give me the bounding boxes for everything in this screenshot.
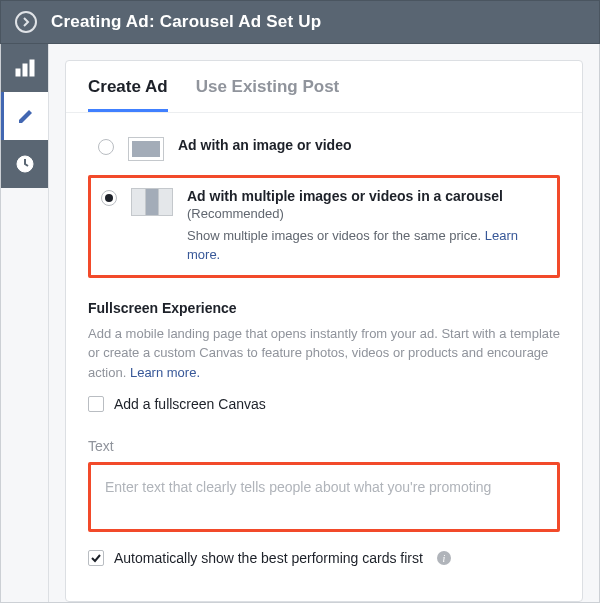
learn-more-fullscreen[interactable]: Learn more. [130, 365, 200, 380]
side-rail [1, 44, 49, 602]
checkbox-auto-cards[interactable] [88, 550, 104, 566]
option-carousel-desc: Show multiple images or videos for the s… [187, 227, 547, 265]
card: Create Ad Use Existing Post Ad with an i… [65, 60, 583, 602]
tab-create-ad[interactable]: Create Ad [88, 77, 168, 112]
option-carousel[interactable]: Ad with multiple images or videos in a c… [88, 175, 560, 278]
checkbox-fullscreen[interactable] [88, 396, 104, 412]
pencil-icon [17, 107, 35, 125]
text-input[interactable]: Enter text that clearly tells people abo… [88, 462, 560, 532]
svg-rect-2 [30, 60, 34, 76]
radio-single[interactable] [98, 139, 114, 155]
fullscreen-checkbox-row[interactable]: Add a fullscreen Canvas [88, 396, 560, 412]
svg-rect-0 [16, 69, 20, 76]
bar-chart-icon [15, 59, 35, 77]
titlebar: Creating Ad: Carousel Ad Set Up [0, 0, 600, 44]
option-carousel-sub: (Recommended) [187, 206, 547, 221]
tab-use-existing[interactable]: Use Existing Post [196, 77, 340, 112]
carousel-icon [131, 188, 173, 216]
info-icon[interactable]: i [437, 551, 451, 565]
fullscreen-heading: Fullscreen Experience [88, 300, 560, 316]
single-image-icon [128, 137, 164, 161]
text-placeholder: Enter text that clearly tells people abo… [105, 479, 491, 495]
auto-cards-label: Automatically show the best performing c… [114, 550, 423, 566]
page-title: Creating Ad: Carousel Ad Set Up [51, 12, 321, 32]
option-carousel-desc-text: Show multiple images or videos for the s… [187, 228, 485, 243]
radio-carousel[interactable] [101, 190, 117, 206]
chevron-right-icon[interactable] [15, 11, 37, 33]
rail-history[interactable] [1, 140, 48, 188]
fullscreen-section: Fullscreen Experience Add a mobile landi… [88, 300, 560, 413]
fullscreen-desc: Add a mobile landing page that opens ins… [88, 324, 560, 383]
auto-cards-row[interactable]: Automatically show the best performing c… [88, 550, 560, 566]
option-single-title: Ad with an image or video [178, 137, 550, 153]
option-carousel-title: Ad with multiple images or videos in a c… [187, 188, 547, 204]
content-panel: Create Ad Use Existing Post Ad with an i… [49, 44, 599, 602]
rail-edit[interactable] [1, 92, 48, 140]
option-single[interactable]: Ad with an image or video [88, 131, 560, 171]
form-body: Ad with an image or video Ad with multip… [66, 113, 582, 566]
tabs: Create Ad Use Existing Post [66, 61, 582, 113]
clock-icon [15, 154, 35, 174]
text-label: Text [88, 438, 560, 454]
rail-analytics[interactable] [1, 44, 48, 92]
fullscreen-checkbox-label: Add a fullscreen Canvas [114, 396, 266, 412]
svg-rect-1 [23, 64, 27, 76]
main-shell: Create Ad Use Existing Post Ad with an i… [0, 44, 600, 603]
